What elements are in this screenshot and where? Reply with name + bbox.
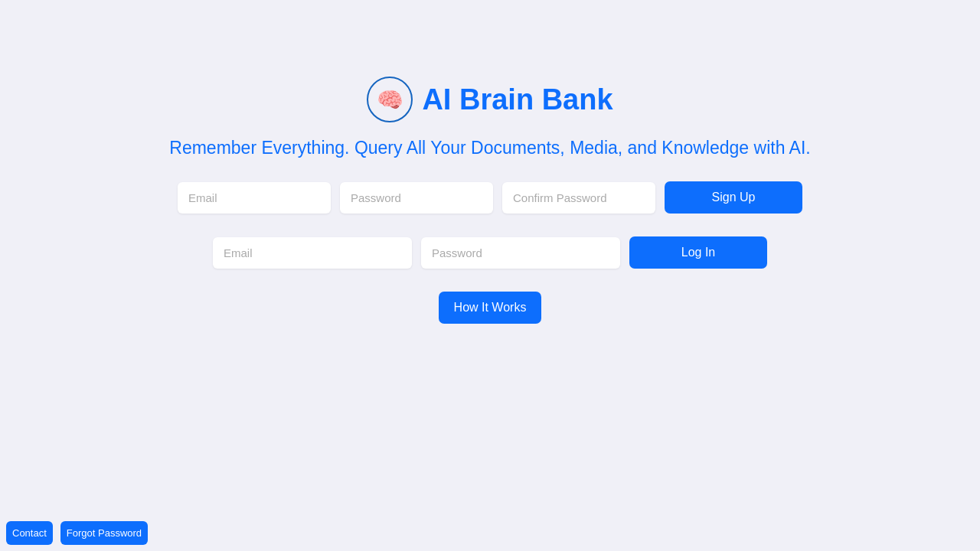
contact-button[interactable]: Contact [6,521,53,545]
login-form: Log In [213,236,767,269]
bottom-buttons: Contact Forgot Password [6,521,148,545]
login-button[interactable]: Log In [629,236,767,269]
tagline: Remember Everything. Query All Your Docu… [169,138,810,158]
forgot-password-button[interactable]: Forgot Password [60,521,148,545]
app-title: AI Brain Bank [422,83,612,116]
how-it-works-button[interactable]: How It Works [439,292,542,324]
signup-confirm-password-input[interactable] [502,182,655,214]
logo-circle: 🧠 [367,77,413,122]
login-email-input[interactable] [213,237,412,269]
brain-icon: 🧠 [377,87,403,112]
signup-password-input[interactable] [340,182,493,214]
signup-button[interactable]: Sign Up [665,181,802,214]
signup-form: Sign Up [178,181,802,214]
login-password-input[interactable] [421,237,620,269]
app-header: 🧠 AI Brain Bank [367,77,612,122]
signup-email-input[interactable] [178,182,331,214]
